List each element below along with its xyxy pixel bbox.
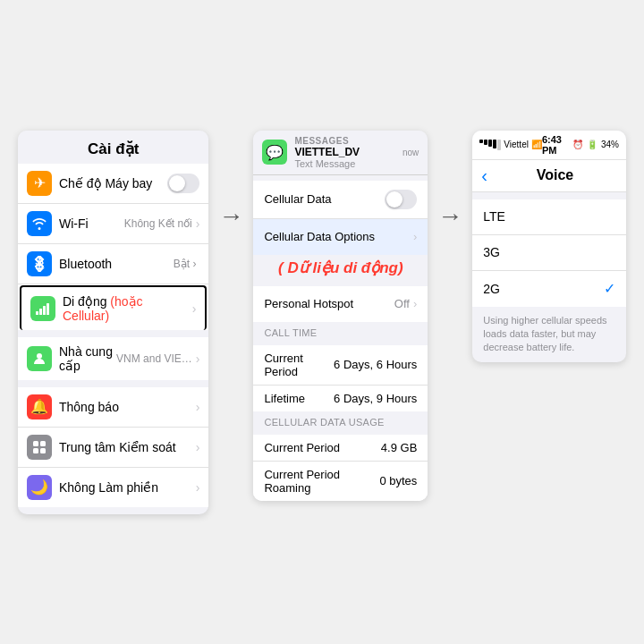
- wifi-value: Không Kết nối: [124, 217, 192, 230]
- voice-option-2g[interactable]: 2G ✓: [472, 271, 626, 307]
- cellular-data-label: Cellular Data: [264, 192, 385, 206]
- signal-dots: [479, 140, 501, 150]
- call-time-lifetime-value: 6 Days, 9 Hours: [334, 392, 417, 405]
- voice-option-lte[interactable]: LTE: [472, 199, 626, 235]
- call-time-group: Current Period 6 Days, 6 Hours Lifetime …: [253, 345, 428, 411]
- cellular-data-options-item[interactable]: Cellular Data Options ›: [253, 219, 428, 255]
- sidebar-item-bluetooth[interactable]: Bluetooth Bật ›: [18, 244, 208, 284]
- personal-hotspot-value: Off: [394, 297, 410, 310]
- cellular-data-toggle[interactable]: [385, 190, 417, 209]
- call-time-current-value: 6 Days, 6 Hours: [334, 358, 417, 371]
- control-center-icon: [27, 435, 52, 460]
- cellular-icon: [30, 296, 55, 321]
- status-right: ⏰ 🔋 34%: [572, 140, 619, 149]
- wifi-label: Wi-Fi: [59, 216, 124, 231]
- svg-rect-1: [39, 309, 42, 315]
- dnd-chevron-icon: ›: [196, 480, 200, 495]
- usage-roaming-label: Current Period Roaming: [264, 468, 379, 495]
- sidebar-item-dnd[interactable]: 🌙 Không Làm phiền ›: [18, 468, 208, 507]
- voice-description: Using higher cellular speeds loads data …: [472, 307, 626, 362]
- call-time-current-label: Current Period: [264, 352, 334, 378]
- cellular-panel: 💬 MESSAGES VIETTEL_DV Text Message now C…: [253, 131, 428, 501]
- usage-current: Current Period 4.9 GB: [253, 435, 428, 462]
- bluetooth-label: Bluetooth: [59, 257, 174, 271]
- call-time-header: CALL TIME: [253, 322, 428, 340]
- control-center-label: Trung tâm Kiểm soát: [59, 440, 196, 454]
- provider-label: Nhà cung cấp: [59, 344, 116, 373]
- cellular-data-group: Cellular Data Cellular Data Options ›: [253, 181, 428, 255]
- 2g-label: 2G: [483, 282, 604, 296]
- personal-hotspot-chevron-icon: ›: [413, 297, 417, 310]
- usage-current-label: Current Period: [264, 441, 380, 454]
- notifications-label: Thông báo: [59, 400, 196, 414]
- voice-panel: Viettel 📶 6:43 PM ⏰ 🔋 34% ‹ Voice LTE 3G: [472, 131, 626, 362]
- messages-icon: 💬: [262, 140, 287, 165]
- status-bar: Viettel 📶 6:43 PM ⏰ 🔋 34%: [472, 131, 626, 160]
- call-time-lifetime: Lifetime 6 Days, 9 Hours: [253, 386, 428, 411]
- call-time-lifetime-label: Lifetime: [264, 392, 334, 405]
- status-time: 6:43 PM: [542, 134, 572, 156]
- settings-panel: Cài đặt ✈ Chế độ Máy bay Wi-Fi Khô: [18, 131, 208, 514]
- alarm-icon: ⏰: [572, 140, 583, 149]
- cellular-data-options-chevron-icon: ›: [413, 230, 417, 243]
- carrier-name: Viettel: [504, 140, 529, 149]
- cellular-chevron-icon: ›: [192, 301, 197, 316]
- personal-hotspot-item[interactable]: Personal Hotspot Off ›: [253, 286, 428, 322]
- provider-chevron-icon: ›: [196, 352, 200, 366]
- cellular-data-usage-group: Current Period 4.9 GB Current Period Roa…: [253, 435, 428, 501]
- sidebar-item-airplane[interactable]: ✈ Chế độ Máy bay: [18, 164, 208, 204]
- status-left: Viettel 📶: [479, 140, 542, 150]
- notification-time: now: [402, 148, 419, 157]
- voice-title: Voice: [493, 167, 617, 183]
- notification-subtitle: Text Message: [294, 158, 395, 169]
- bluetooth-value: Bật ›: [174, 258, 197, 270]
- battery-icon: 🔋: [587, 140, 597, 149]
- cellular-data-usage-header: CELLULAR DATA USAGE: [253, 411, 428, 429]
- sidebar-item-control-center[interactable]: Trung tâm Kiểm soát ›: [18, 428, 208, 468]
- notification-banner: 💬 MESSAGES VIETTEL_DV Text Message now: [253, 131, 428, 175]
- usage-roaming: Current Period Roaming 0 bytes: [253, 462, 428, 501]
- dnd-icon: 🌙: [27, 475, 52, 500]
- notification-text: MESSAGES VIETTEL_DV Text Message: [294, 136, 395, 169]
- settings-group-3: 🔔 Thông báo › Trung tâm Kiểm soát › 🌙: [18, 387, 208, 507]
- sidebar-item-provider[interactable]: Nhà cung cấp VNM and VIE… ›: [18, 337, 208, 380]
- cellular-data-options-label: Cellular Data Options: [264, 230, 413, 243]
- voice-nav: ‹ Voice: [472, 160, 626, 192]
- voice-option-3g[interactable]: 3G: [472, 235, 626, 271]
- lte-label: LTE: [483, 209, 615, 224]
- sidebar-item-notifications[interactable]: 🔔 Thông báo ›: [18, 387, 208, 428]
- svg-rect-0: [36, 311, 38, 315]
- call-time-current: Current Period 6 Days, 6 Hours: [253, 345, 428, 386]
- notification-title: VIETTEL_DV: [294, 146, 395, 158]
- du-lieu-di-dong-label: ( Dữ liệu di động): [253, 255, 428, 281]
- settings-group-1: ✈ Chế độ Máy bay Wi-Fi Không Kết nối ›: [18, 164, 208, 330]
- bluetooth-icon: [27, 251, 52, 276]
- airplane-toggle[interactable]: [167, 174, 199, 193]
- notifications-icon: 🔔: [27, 394, 52, 419]
- airplane-label: Chế độ Máy bay: [59, 176, 167, 191]
- airplane-icon: ✈: [27, 171, 52, 196]
- wifi-icon: [27, 211, 52, 236]
- svg-rect-2: [43, 306, 46, 315]
- back-button[interactable]: ‹: [481, 165, 487, 186]
- svg-rect-6: [40, 441, 46, 446]
- usage-roaming-value: 0 bytes: [379, 474, 417, 487]
- svg-rect-8: [40, 448, 46, 453]
- notifications-chevron-icon: ›: [196, 400, 200, 414]
- cellular-data-item[interactable]: Cellular Data: [253, 181, 428, 219]
- 2g-checkmark-icon: ✓: [604, 280, 615, 297]
- wifi-status-icon: 📶: [531, 140, 542, 149]
- settings-title: Cài đặt: [18, 131, 208, 164]
- personal-hotspot-group: Personal Hotspot Off ›: [253, 286, 428, 322]
- dnd-label: Không Làm phiền: [59, 480, 196, 495]
- settings-group-2: Nhà cung cấp VNM and VIE… ›: [18, 337, 208, 380]
- svg-rect-7: [33, 448, 38, 453]
- sidebar-item-wifi[interactable]: Wi-Fi Không Kết nối ›: [18, 204, 208, 244]
- sidebar-item-cellular[interactable]: Di động (hoặc Cellular) ›: [20, 285, 207, 330]
- notification-app: MESSAGES: [294, 136, 395, 146]
- svg-point-4: [37, 353, 42, 359]
- cellular-label: Di động (hoặc Cellular): [63, 294, 192, 323]
- voice-options-group: LTE 3G 2G ✓: [472, 199, 626, 307]
- arrow-2: →: [436, 202, 463, 231]
- provider-value: VNM and VIE…: [116, 352, 192, 365]
